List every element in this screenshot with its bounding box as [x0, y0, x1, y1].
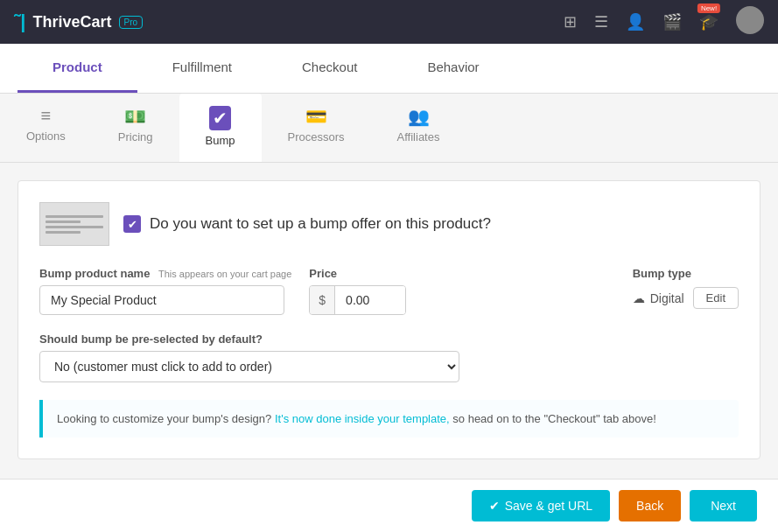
subtab-options[interactable]: ≡ Options	[0, 94, 92, 162]
subtab-processors-label: Processors	[288, 130, 345, 144]
subtab-options-label: Options	[26, 130, 66, 143]
main-tabs: Product Fulfillment Checkout Behavior	[0, 44, 778, 94]
price-prefix: $	[310, 286, 335, 314]
info-text-2: so head on to the "Checkout" tab above!	[452, 412, 656, 425]
subtab-pricing-label: Pricing	[118, 130, 153, 144]
preview-line-2	[46, 220, 81, 223]
preselect-select[interactable]: No (customer must click to add to order)…	[39, 351, 459, 382]
save-label: Save & get URL	[505, 499, 592, 513]
price-input[interactable]	[335, 286, 405, 314]
info-text-1: Looking to customize your bump's design?	[57, 412, 271, 425]
bump-header: ✔ Do you want to set up a bump offer on …	[39, 202, 739, 246]
card-icon: 💳	[305, 106, 327, 127]
subtab-affiliates-label: Affiliates	[397, 130, 440, 144]
price-input-wrapper: $	[309, 285, 406, 315]
bump-type-edit-button[interactable]: Edit	[693, 287, 739, 309]
bump-name-input[interactable]	[39, 285, 284, 315]
subtab-bump-label: Bump	[206, 134, 235, 147]
user-icon[interactable]: 👤	[626, 12, 645, 32]
info-box: Looking to customize your bump's design?…	[39, 400, 739, 438]
bump-preview	[39, 202, 109, 246]
people-icon: 👥	[408, 106, 430, 127]
back-button[interactable]: Back	[619, 490, 681, 522]
list-icon[interactable]: ☰	[594, 12, 608, 32]
preselect-group: Should bump be pre-selected by default? …	[39, 332, 739, 382]
preview-line-3	[46, 226, 103, 228]
video-icon[interactable]: 🎬	[662, 12, 682, 32]
tab-behavior[interactable]: Behavior	[392, 44, 514, 93]
bump-question-text: Do you want to set up a bump offer on th…	[150, 215, 491, 233]
user-avatar[interactable]	[736, 6, 764, 34]
sliders-icon: ≡	[41, 106, 52, 126]
tab-product[interactable]: Product	[18, 44, 137, 93]
bump-type-badge: ☁ Digital	[633, 291, 684, 305]
bump-type-row: ☁ Digital Edit	[633, 287, 739, 309]
subtab-pricing[interactable]: 💵 Pricing	[92, 94, 179, 162]
price-group: Price $	[309, 267, 406, 315]
logo: ˜| ThriveCart Pro	[14, 10, 143, 33]
sub-tabs: ≡ Options 💵 Pricing ✔ Bump 💳 Processors …	[0, 94, 778, 163]
tab-fulfillment[interactable]: Fulfillment	[137, 44, 267, 93]
next-button[interactable]: Next	[690, 490, 757, 522]
tab-checkout[interactable]: Checkout	[267, 44, 392, 93]
price-label: Price	[309, 267, 406, 280]
preselect-label: Should bump be pre-selected by default?	[39, 332, 739, 346]
dollar-icon: 💵	[124, 106, 146, 127]
preview-line-1	[46, 215, 103, 218]
bump-form-row: Bump product name This appears on your c…	[39, 267, 739, 315]
bump-type-value: Digital	[650, 291, 684, 305]
save-get-url-button[interactable]: ✔ Save & get URL	[472, 490, 610, 522]
subtab-bump[interactable]: ✔ Bump	[179, 94, 262, 162]
bump-type-label: Bump type	[633, 267, 739, 280]
bump-name-sublabel: This appears on your cart page	[158, 269, 291, 279]
checkmark-icon: ✔	[489, 499, 500, 513]
cloud-download-icon: ☁	[633, 291, 645, 305]
bump-question-row: ✔ Do you want to set up a bump offer on …	[123, 215, 491, 233]
grid-icon[interactable]: ⊞	[564, 12, 577, 32]
check-icon: ✔	[209, 106, 231, 130]
avatar-icon[interactable]	[736, 6, 764, 38]
bump-type-section: Bump type ☁ Digital Edit	[633, 267, 739, 309]
bump-checkbox[interactable]: ✔	[123, 215, 141, 233]
bump-card: ✔ Do you want to set up a bump offer on …	[18, 180, 760, 459]
graduation-icon[interactable]: 🎓	[699, 12, 718, 32]
topnav-icons: ⊞ ☰ 👤 🎬 🎓	[564, 6, 764, 38]
preview-line-4	[46, 231, 81, 234]
logo-icon: ˜|	[14, 10, 25, 33]
footer: ✔ Save & get URL Back Next	[0, 479, 778, 532]
info-link[interactable]: It's now done inside your template,	[275, 412, 450, 425]
bump-name-group: Bump product name This appears on your c…	[39, 267, 291, 315]
bump-name-label-text: Bump product name	[39, 267, 150, 280]
logo-badge: Pro	[119, 16, 144, 29]
subtab-processors[interactable]: 💳 Processors	[262, 94, 371, 162]
logo-text: ThriveCart	[32, 13, 111, 32]
bump-name-label: Bump product name This appears on your c…	[39, 267, 291, 280]
top-navigation: ˜| ThriveCart Pro ⊞ ☰ 👤 🎬 🎓	[0, 0, 778, 44]
subtab-affiliates[interactable]: 👥 Affiliates	[371, 94, 466, 162]
